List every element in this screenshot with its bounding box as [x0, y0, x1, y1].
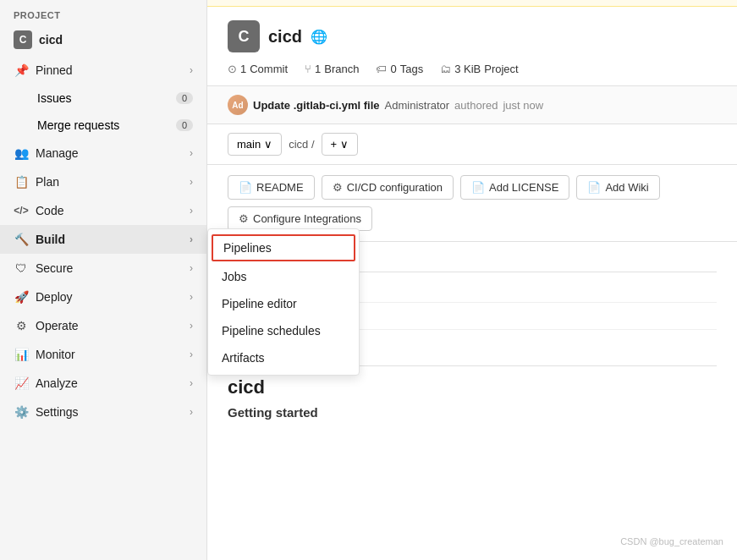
controls-row: main ∨ cicd / + ∨	[207, 124, 737, 165]
branches-label: Branch	[324, 63, 359, 75]
commit-message[interactable]: Update .gitlab-ci.yml file	[253, 99, 380, 112]
add-file-button[interactable]: + ∨	[322, 133, 359, 156]
submenu-item-pipeline-schedules[interactable]: Pipeline schedules	[208, 317, 359, 344]
submenu-item-pipeline-editor[interactable]: Pipeline editor	[208, 290, 359, 317]
commits-count: 1	[240, 63, 246, 75]
license-icon: 📄	[471, 181, 485, 194]
plan-icon: 📋	[14, 174, 29, 189]
sidebar-item-build[interactable]: 🔨 Build ›	[0, 225, 206, 254]
build-label: Build	[36, 233, 65, 246]
pipeline-editor-label: Pipeline editor	[222, 297, 297, 310]
code-icon: </>	[14, 203, 29, 218]
secure-chevron: ›	[190, 262, 193, 274]
sidebar-item-settings[interactable]: ⚙️ Settings ›	[0, 398, 206, 426]
merge-requests-badge: 0	[176, 119, 193, 131]
add-license-button[interactable]: 📄 Add LICENSE	[460, 175, 569, 200]
monitor-chevron: ›	[190, 349, 193, 360]
monitor-icon: 📊	[14, 347, 29, 362]
sidebar-item-plan[interactable]: 📋 Plan ›	[0, 167, 206, 196]
repo-path: cicd /	[289, 138, 314, 151]
chevron-icon: ›	[190, 64, 193, 76]
wiki-icon: 📄	[587, 181, 601, 194]
project-icon: C	[14, 30, 32, 49]
analyze-label: Analyze	[36, 376, 78, 390]
commit-avatar: Ad	[228, 95, 248, 115]
repo-stats: ⊙ 1 Commit ⑂ 1 Branch 🏷 0 Tags 🗂 3 KiB P…	[228, 63, 717, 75]
integrations-icon: ⚙	[239, 212, 249, 225]
submenu-item-jobs[interactable]: Jobs	[208, 263, 359, 290]
plan-chevron: ›	[190, 176, 193, 188]
code-chevron: ›	[190, 205, 193, 217]
readme-subtitle: Getting started	[228, 405, 717, 420]
monitor-label: Monitor	[36, 348, 75, 361]
pipeline-schedules-label: Pipeline schedules	[222, 324, 321, 338]
merge-requests-label: Merge requests	[37, 118, 119, 132]
repo-name[interactable]: cicd	[268, 27, 302, 47]
secure-label: Secure	[36, 261, 73, 275]
sidebar-item-deploy[interactable]: 🚀 Deploy ›	[0, 283, 206, 311]
globe-icon: 🌐	[311, 29, 327, 45]
artifacts-label: Artifacts	[222, 351, 265, 365]
configure-integrations-button[interactable]: ⚙ Configure Integrations	[228, 206, 372, 231]
tags-label: Tags	[400, 63, 423, 75]
deploy-label: Deploy	[36, 290, 73, 304]
project-name: cicd	[39, 33, 63, 47]
sidebar-item-secure[interactable]: 🛡 Secure ›	[0, 254, 206, 283]
size-icon: 🗂	[440, 63, 451, 75]
sidebar: Project C cicd 📌 Pinned › Issues 0 Merge…	[0, 0, 207, 560]
settings-label: Settings	[36, 405, 79, 419]
submenu-item-pipelines[interactable]: Pipelines	[212, 234, 355, 261]
commit-icon: ⊙	[228, 63, 237, 75]
repo-avatar: C	[228, 20, 260, 52]
commits-label: Commit	[250, 63, 288, 75]
readme-button[interactable]: 📄 README	[228, 175, 315, 200]
license-btn-label: Add LICENSE	[489, 181, 558, 194]
add-wiki-button[interactable]: 📄 Add Wiki	[576, 175, 659, 200]
tags-stat[interactable]: 🏷 0 Tags	[376, 63, 423, 75]
commit-time: just now	[503, 99, 543, 112]
sidebar-item-analyze[interactable]: 📈 Analyze ›	[0, 369, 206, 398]
build-submenu: Pipelines Jobs Pipeline editor Pipeline …	[207, 228, 360, 376]
sidebar-item-pinned[interactable]: 📌 Pinned ›	[0, 56, 206, 85]
integrations-btn-label: Configure Integrations	[253, 212, 361, 225]
commits-stat[interactable]: ⊙ 1 Commit	[228, 63, 288, 75]
settings-chevron: ›	[190, 406, 193, 418]
repo-header: C cicd 🌐 ⊙ 1 Commit ⑂ 1 Branch 🏷 0 Tags …	[207, 7, 737, 86]
readme-btn-label: README	[256, 181, 304, 194]
cicd-btn-label: CI/CD configuration	[347, 181, 443, 194]
project-label: Project	[0, 0, 206, 24]
size-label: Project	[484, 63, 518, 75]
cicd-icon: ⚙	[333, 181, 343, 194]
add-icon: +	[331, 138, 338, 151]
branch-chevron: ∨	[264, 138, 272, 151]
branches-stat[interactable]: ⑂ 1 Branch	[305, 63, 359, 75]
project-item[interactable]: C cicd	[0, 24, 206, 56]
sidebar-item-issues[interactable]: Issues 0	[0, 85, 206, 112]
issues-label: Issues	[37, 91, 71, 105]
branch-selector[interactable]: main ∨	[228, 133, 282, 156]
sidebar-item-manage[interactable]: 👥 Manage ›	[0, 139, 206, 167]
manage-label: Manage	[36, 146, 79, 160]
size-value: 3 KiB	[454, 63, 481, 75]
code-label: Code	[36, 204, 63, 217]
operate-icon: ⚙	[14, 318, 29, 333]
sidebar-item-code[interactable]: </> Code ›	[0, 196, 206, 225]
pin-icon: 📌	[14, 63, 29, 78]
pipelines-label: Pipelines	[223, 241, 272, 255]
readme-icon: 📄	[239, 181, 252, 194]
tags-count: 0	[390, 63, 396, 75]
readme-title: cicd	[228, 376, 717, 398]
sidebar-item-operate[interactable]: ⚙ Operate ›	[0, 311, 206, 340]
watermark: CSDN @bug_createman	[620, 536, 723, 546]
analyze-chevron: ›	[190, 377, 193, 389]
sidebar-item-merge-requests[interactable]: Merge requests 0	[0, 112, 206, 139]
top-banner	[207, 0, 737, 7]
commit-authored: authored	[454, 99, 498, 112]
cicd-config-button[interactable]: ⚙ CI/CD configuration	[322, 175, 454, 200]
manage-icon: 👥	[14, 145, 29, 161]
branch-icon: ⑂	[305, 63, 311, 75]
jobs-label: Jobs	[222, 270, 247, 283]
sidebar-item-monitor[interactable]: 📊 Monitor ›	[0, 340, 206, 369]
commit-bar: Ad Update .gitlab-ci.yml file Administra…	[207, 86, 737, 124]
submenu-item-artifacts[interactable]: Artifacts	[208, 344, 359, 371]
